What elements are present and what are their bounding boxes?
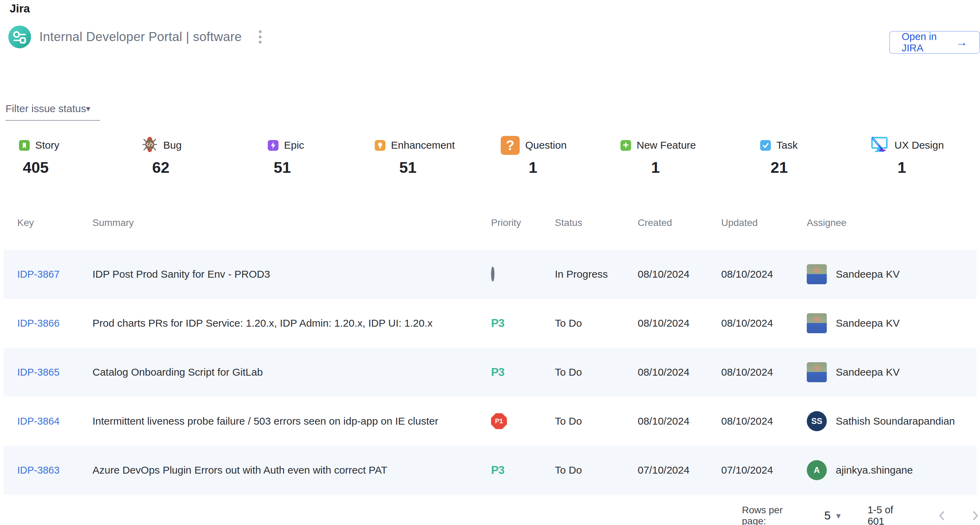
issue-updated-date: 08/10/2024 bbox=[721, 268, 807, 280]
assignee-avatar: A bbox=[807, 460, 827, 480]
rows-per-page-label: Rows per page: bbox=[742, 504, 809, 525]
priority-p1-icon: P1 bbox=[491, 413, 507, 429]
counter-label: Task bbox=[776, 140, 798, 151]
issue-key-link[interactable]: IDP-3866 bbox=[17, 318, 60, 329]
issue-status: To Do bbox=[555, 317, 638, 329]
previous-page-button[interactable] bbox=[937, 509, 946, 522]
issue-summary: IDP Post Prod Sanity for Env - PROD3 bbox=[92, 268, 491, 280]
issue-key-link[interactable]: IDP-3865 bbox=[17, 367, 60, 378]
arrow-right-icon bbox=[956, 36, 967, 49]
epic-icon bbox=[268, 140, 278, 151]
pagination-range: 1-5 of 601 bbox=[867, 504, 912, 525]
table-row: IDP-3867 IDP Post Prod Sanity for Env - … bbox=[3, 250, 977, 299]
table-row: IDP-3865 Catalog Onboarding Script for G… bbox=[3, 348, 977, 397]
counter-label: Question bbox=[525, 140, 566, 151]
assignee-name: ajinkya.shingane bbox=[836, 464, 913, 476]
priority-p3-icon: P3 bbox=[491, 463, 504, 476]
enhancement-icon bbox=[375, 140, 385, 151]
issue-status: To Do bbox=[555, 464, 638, 476]
column-header-key: Key bbox=[17, 217, 92, 228]
issue-key-link[interactable]: IDP-3867 bbox=[17, 269, 60, 280]
open-in-jira-label: Open in JIRA bbox=[902, 31, 950, 54]
issue-key-link[interactable]: IDP-3863 bbox=[17, 465, 60, 476]
issue-summary: Azure DevOps Plugin Errors out with Auth… bbox=[92, 464, 491, 476]
assignee-avatar: SS bbox=[807, 411, 827, 431]
counter-value: 51 bbox=[399, 159, 455, 177]
jira-logo-icon bbox=[8, 25, 31, 48]
issue-updated-date: 07/10/2024 bbox=[721, 464, 807, 476]
counter-label: New Feature bbox=[636, 140, 696, 151]
counter-question: Question 1 bbox=[501, 135, 566, 177]
counter-label: Epic bbox=[284, 140, 304, 151]
issue-key-link[interactable]: IDP-3864 bbox=[17, 416, 60, 427]
assignee-avatar bbox=[807, 362, 827, 382]
issue-created-date: 07/10/2024 bbox=[638, 464, 721, 476]
issues-table: Key Summary Priority Status Created Upda… bbox=[3, 213, 977, 495]
issue-created-date: 08/10/2024 bbox=[638, 268, 721, 280]
column-header-updated: Updated bbox=[721, 217, 807, 228]
column-header-status: Status bbox=[555, 217, 638, 228]
issue-summary: Intermittent liveness probe failure / 50… bbox=[92, 415, 491, 427]
counter-task: Task 21 bbox=[760, 135, 798, 177]
counter-value: 1 bbox=[897, 159, 944, 177]
assignee-name: Sandeepa KV bbox=[836, 317, 900, 329]
counter-bug: Bug 62 bbox=[142, 135, 181, 177]
counter-value: 51 bbox=[274, 159, 304, 177]
project-name: Internal Developer Portal | software bbox=[39, 30, 242, 44]
issue-status: In Progress bbox=[555, 268, 638, 280]
issue-updated-date: 08/10/2024 bbox=[721, 366, 807, 378]
issue-created-date: 08/10/2024 bbox=[638, 415, 721, 427]
counter-value: 62 bbox=[152, 159, 181, 177]
more-options-menu-icon[interactable] bbox=[256, 28, 264, 46]
counter-value: 1 bbox=[529, 159, 566, 177]
issue-summary: Prod charts PRs for IDP Service: 1.20.x,… bbox=[92, 317, 491, 329]
next-page-button[interactable] bbox=[971, 509, 980, 522]
open-in-jira-button[interactable]: Open in JIRA bbox=[889, 31, 980, 54]
column-header-assignee: Assignee bbox=[807, 217, 977, 228]
bug-icon bbox=[142, 136, 158, 154]
counter-enhancement: Enhancement 51 bbox=[375, 135, 455, 177]
table-header-row: Key Summary Priority Status Created Upda… bbox=[3, 213, 977, 250]
column-header-created: Created bbox=[638, 217, 721, 228]
counter-label: Bug bbox=[163, 140, 181, 151]
priority-p3-icon: P3 bbox=[491, 317, 504, 330]
counter-epic: Epic 51 bbox=[268, 135, 304, 177]
issue-updated-date: 08/10/2024 bbox=[721, 317, 807, 329]
issue-updated-date: 08/10/2024 bbox=[721, 415, 807, 427]
chevron-down-icon[interactable] bbox=[836, 511, 841, 520]
assignee-avatar bbox=[807, 313, 827, 333]
counter-value: 1 bbox=[651, 159, 696, 177]
table-row: IDP-3863 Azure DevOps Plugin Errors out … bbox=[3, 446, 977, 495]
page-title: Jira bbox=[10, 2, 30, 15]
issue-status: To Do bbox=[555, 415, 638, 427]
issue-created-date: 08/10/2024 bbox=[638, 366, 721, 378]
table-row: IDP-3866 Prod charts PRs for IDP Service… bbox=[3, 299, 977, 348]
counter-story: Story 405 bbox=[19, 135, 59, 177]
task-icon bbox=[760, 140, 771, 151]
table-row: IDP-3864 Intermittent liveness probe fai… bbox=[3, 397, 977, 446]
issue-status: To Do bbox=[555, 366, 638, 378]
issue-created-date: 08/10/2024 bbox=[638, 317, 721, 329]
counter-ux-design: UX Design 1 bbox=[870, 135, 944, 177]
counter-value: 21 bbox=[770, 159, 798, 177]
ux-design-icon bbox=[870, 135, 889, 155]
issue-summary: Catalog Onboarding Script for GitLab bbox=[92, 366, 491, 378]
counter-new-feature: New Feature 1 bbox=[620, 135, 696, 177]
counter-value: 405 bbox=[23, 159, 59, 177]
assignee-name: Sandeepa KV bbox=[836, 268, 900, 280]
column-header-priority: Priority bbox=[491, 217, 555, 228]
question-icon bbox=[501, 136, 520, 155]
counter-label: UX Design bbox=[894, 140, 944, 151]
filter-issue-status-select[interactable]: Filter issue status bbox=[6, 103, 100, 121]
project-header: Internal Developer Portal | software bbox=[8, 25, 264, 48]
filter-issue-status-label: Filter issue status bbox=[6, 103, 86, 114]
priority-p3-icon: P3 bbox=[491, 366, 504, 378]
rows-per-page-select[interactable]: 5 bbox=[824, 509, 830, 522]
assignee-name: Sandeepa KV bbox=[836, 366, 900, 378]
table-pagination: Rows per page: 5 1-5 of 601 bbox=[742, 504, 980, 525]
assignee-avatar bbox=[807, 264, 827, 284]
new-feature-icon bbox=[620, 140, 631, 151]
story-icon bbox=[19, 140, 30, 151]
counter-label: Enhancement bbox=[391, 140, 455, 151]
priority-none-icon bbox=[491, 266, 495, 281]
